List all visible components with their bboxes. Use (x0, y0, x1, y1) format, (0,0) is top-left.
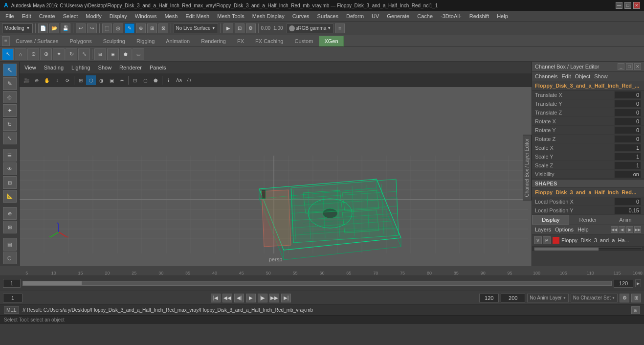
current-frame-field[interactable] (3, 294, 22, 302)
display-tab-display[interactable]: Display (532, 215, 569, 225)
channel-box-minimize[interactable]: _ (618, 63, 624, 70)
visibility-btn[interactable]: 👁 (3, 162, 17, 175)
channel-value[interactable]: 0 (614, 135, 641, 143)
frame-range-slider[interactable] (22, 281, 612, 286)
tab-custom[interactable]: Custom (289, 36, 319, 46)
snap2-icon[interactable]: ⊞ (147, 23, 157, 33)
shape-channel-row[interactable]: Local Position X0 (532, 197, 644, 206)
tab-polygons[interactable]: Polygons (64, 36, 97, 46)
tab-curves---surfaces[interactable]: Curves / Surfaces (10, 36, 64, 46)
menu-item-mesh-display[interactable]: Mesh Display (249, 12, 288, 20)
channel-value[interactable]: 0 (614, 100, 641, 108)
vp-menu-show[interactable]: Show (96, 64, 114, 71)
menu-item-cache[interactable]: Cache (414, 12, 436, 20)
playback-end-field[interactable] (479, 294, 499, 302)
scale-tool-btn[interactable]: ⤡ (3, 132, 17, 144)
vp-menu-view[interactable]: View (22, 64, 38, 71)
snap-to-point-btn[interactable]: ◉ (107, 48, 119, 60)
vp-menu-lighting[interactable]: Lighting (69, 64, 92, 71)
step-back-btn[interactable]: ◀◀ (222, 294, 232, 302)
menu-item-surfaces[interactable]: Surfaces (314, 12, 342, 20)
cb-menu-channels[interactable]: Channels (535, 73, 557, 79)
tab-animation[interactable]: Animation (160, 36, 195, 46)
menu-item-edit-mesh[interactable]: Edit Mesh (182, 12, 213, 20)
channel-row[interactable]: Translate Z0 (532, 108, 644, 117)
redo-icon[interactable]: ↪ (87, 23, 97, 33)
menu-item-display[interactable]: Display (106, 12, 131, 20)
menu-item-edit[interactable]: Edit (19, 12, 35, 20)
shape-channel-value[interactable]: 0 (614, 198, 641, 206)
workspace-dropdown[interactable]: Modeling ▼ (2, 23, 33, 33)
vp-orbit-icon[interactable]: ⟳ (63, 75, 72, 85)
snap-icon[interactable]: ⊕ (136, 23, 146, 33)
layer-vis-v-btn[interactable]: V (534, 236, 542, 244)
menu-item-select[interactable]: Select (60, 12, 82, 20)
transform-btn[interactable]: ⊕ (40, 48, 52, 60)
vp-lighting-icon[interactable]: ☀ (117, 75, 127, 85)
settings-icon[interactable]: ⚙ (246, 23, 256, 33)
go-to-end-btn[interactable]: ▶| (281, 294, 291, 302)
start-frame-field[interactable] (3, 279, 21, 288)
ipr-icon[interactable]: ⊡ (235, 23, 244, 33)
menu-item-redshift[interactable]: Redshift (466, 12, 492, 20)
vp-wireframe-icon[interactable]: ⬡ (86, 75, 96, 85)
lasso-icon[interactable]: ◎ (113, 23, 123, 33)
layers-menu-layers[interactable]: Layers (535, 227, 551, 232)
rotate-btn[interactable]: ↻ (66, 48, 77, 60)
display-tab-anim[interactable]: Anim (607, 215, 644, 225)
vp-texture-icon[interactable]: ▣ (107, 75, 116, 85)
menu-item-mesh-tools[interactable]: Mesh Tools (214, 12, 247, 20)
vp-zoom-icon[interactable]: ⊕ (32, 75, 42, 85)
select-tool-btn[interactable]: ↖ (3, 64, 17, 76)
tab-fx-caching[interactable]: FX Caching (250, 36, 289, 46)
vp-camera-icon[interactable]: 🎥 (22, 75, 31, 85)
menu-item-modify[interactable]: Modify (82, 12, 105, 20)
layer-nav-btn[interactable]: ▶▶ (634, 226, 641, 233)
tab-rigging[interactable]: Rigging (131, 36, 160, 46)
vp-xray-icon[interactable]: ◌ (140, 75, 150, 85)
tab-xgen[interactable]: XGen (319, 36, 343, 46)
menu-item-help[interactable]: Help (493, 12, 511, 20)
play-btn[interactable]: ▶ (246, 294, 256, 302)
soft-select-btn[interactable]: ⬟ (120, 48, 132, 60)
arrow-select-btn[interactable]: ↖ (2, 48, 14, 60)
menu-item--3dtoall-[interactable]: -3DtoAll- (437, 12, 465, 20)
vp-menu-shading[interactable]: Shading (42, 64, 66, 71)
channel-value[interactable]: 0 (614, 117, 641, 125)
channel-row[interactable]: Scale Z1 (532, 161, 644, 170)
menu-item-create[interactable]: Create (36, 12, 59, 20)
minimize-button[interactable]: — (616, 2, 622, 9)
tab-menu-icon[interactable]: ≡ (2, 36, 10, 46)
script-editor-btn[interactable]: ⊞ (631, 306, 640, 314)
display-tab-render[interactable]: Render (569, 215, 606, 225)
scale-btn[interactable]: ⤡ (78, 48, 90, 60)
end-frame-field[interactable] (614, 279, 633, 288)
channel-row[interactable]: Scale X1 (532, 143, 644, 152)
layer-scrollbar[interactable] (532, 246, 644, 251)
new-file-icon[interactable]: 📄 (38, 23, 48, 33)
rotate-tool-btn[interactable]: ↻ (3, 118, 17, 131)
menu-item-mesh[interactable]: Mesh (161, 12, 181, 20)
channel-value[interactable]: 0 (614, 126, 641, 134)
paint-tool-btn[interactable]: ✎ (3, 77, 17, 90)
layer-type-p-btn[interactable]: P (543, 236, 551, 244)
undo-icon[interactable]: ↩ (76, 23, 86, 33)
channel-value[interactable]: on (614, 170, 641, 178)
channel-row[interactable]: Rotate X0 (532, 117, 644, 126)
lasso-select-btn[interactable]: ⌂ (15, 48, 26, 60)
layer-nav-btn[interactable]: ◀◀ (611, 226, 618, 233)
channel-row[interactable]: Translate X0 (532, 91, 644, 99)
go-to-start-btn[interactable]: |◀ (211, 294, 221, 302)
save-icon[interactable]: 💾 (61, 23, 70, 33)
layer-nav-btn[interactable]: ▶ (626, 226, 633, 233)
menu-item-curves[interactable]: Curves (289, 12, 313, 20)
snap-btn[interactable]: ⊞ (3, 221, 17, 233)
char-set-dropdown[interactable]: No Character Set ▼ (571, 294, 618, 302)
scrollbar-thumb[interactable] (534, 248, 599, 251)
range-expand-btn[interactable]: ▶ (635, 279, 641, 287)
open-file-icon[interactable]: 📂 (49, 23, 59, 33)
snap3-icon[interactable]: ⊠ (158, 23, 168, 33)
layer-nav-btn[interactable]: ◀ (619, 226, 625, 233)
layer-btn[interactable]: ▤ (3, 238, 17, 251)
channel-row[interactable]: Rotate Y0 (532, 126, 644, 135)
